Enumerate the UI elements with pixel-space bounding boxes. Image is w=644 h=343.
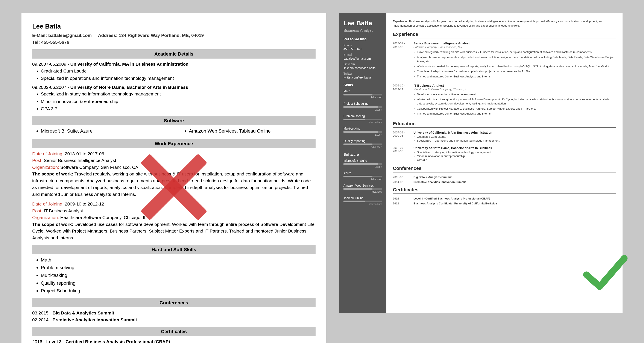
edu-degree-right-2: University of Notre Dame, Bachelor of Ar… (414, 146, 492, 150)
sw-msbi-label: Microsoft BI Suite (344, 159, 382, 162)
left-email: batlalee@gmail.com (48, 33, 92, 38)
twitter-label: Twitter (344, 72, 382, 75)
work-dates-1: Date of Joining: 2013-01 to 2017-06 (32, 150, 316, 157)
skill-qr-fill (344, 143, 372, 145)
experience-title: Experience (393, 31, 616, 38)
skill-math-sublabel: Advanced (344, 96, 382, 99)
resume-main: Experienced Business Analyst with 7+ yea… (386, 13, 622, 313)
cert-right-2: 2011 Business Analysis Certificate, Univ… (393, 202, 616, 205)
email-label-right: E-mail (344, 53, 382, 56)
exp-dates-1: 2013-01 -2017-06 (393, 41, 410, 79)
right-name: Lee Batla (344, 19, 382, 27)
conf-right-1: 2015-03 Big Data & Analytics Summit (393, 175, 616, 179)
cert-name-1: Level 3 - Certified Business Analysis Pr… (414, 197, 490, 200)
skill-item: Math (41, 256, 316, 263)
exp-title-1: Senior Business Intelligence Analyst (414, 41, 616, 45)
edu-bullet: Specialized in operations and informatio… (41, 75, 316, 82)
certificates-title: Certificates (393, 187, 616, 194)
edu-bullets-right-2: Specialized in studying information tech… (417, 151, 492, 162)
exp-bullet: Traveled regularly, working on-site with… (417, 50, 616, 54)
skill-ps-fill (344, 106, 378, 108)
conferences-header: Conferences (32, 298, 316, 307)
skill-ps-label: Project Scheduling (344, 102, 382, 105)
skill-mt-fill (344, 131, 378, 133)
conf-date-1: 2015-03 (393, 175, 410, 179)
edu-date-1: 09.2007-06.2009 - (32, 61, 70, 66)
skill-quality-reporting: Quality reporting Advanced (344, 139, 382, 149)
work-entry-1: Date of Joining: 2013-01 to 2017-06 Post… (32, 150, 316, 198)
skill-prob-label: Problem solving (344, 114, 382, 118)
edu-bullet: Specialized in operations and informatio… (417, 139, 500, 142)
sw-tableau-fill (344, 201, 365, 202)
resume-sidebar: Lee Batla Business Analyst Personal Info… (339, 13, 386, 313)
address-label: Address: (98, 33, 118, 38)
exp-bullet: Wrote code as needed for development of … (417, 64, 616, 69)
conf-name-1: Big Data & Analytics Summit (414, 175, 452, 179)
cert-year-2: 2011 (393, 202, 410, 205)
sw-azure-sublabel: Advanced (344, 178, 382, 181)
skill-qr-label: Quality reporting (344, 139, 382, 143)
skill-item: Project Scheduling (41, 287, 316, 294)
cert-entry-1: 2016 - Level 3 - Certified Business Anal… (32, 338, 316, 343)
exp-bullets-1: Traveled regularly, working on-site with… (417, 50, 616, 78)
skill-item: Quality reporting (41, 280, 316, 287)
sw-azure-label: Azure (344, 171, 382, 175)
edu-right-1: 2007-09 -2009-06 University of Californi… (393, 131, 616, 143)
skill-qr-bg (344, 143, 382, 145)
skill-mt-label: Multi-tasking (344, 127, 382, 130)
sw-aws-sublabel: Advanced (344, 190, 382, 193)
exp-bullet: Worked with team through entire process … (417, 97, 616, 106)
sw-tableau-bg (344, 201, 382, 202)
phone-label: Phone (344, 43, 382, 47)
work-scope-2: The scope of work: Developed use cases f… (32, 221, 316, 241)
sw-msbi-bg (344, 163, 382, 165)
main-container: Lee Batla E-Mail: batlalee@gmail.com Add… (22, 13, 622, 343)
email-label: E-Mail: (32, 33, 47, 38)
sw-tableau: Tableau Online Intermediate (344, 196, 382, 206)
edu-bullet: Graduated Cum Laude. (417, 135, 500, 138)
twitter-value: twitter.com/lee_balta (344, 76, 382, 79)
work-org-2: Organization: Healthcare Software Compan… (32, 214, 316, 221)
sw-msbi-sublabel: Expert (344, 165, 382, 168)
software-header: Software (32, 116, 316, 125)
skill-problem-solving: Problem solving Intermediate (344, 114, 382, 124)
software-list-1: Microsoft BI Suite, Azure (41, 127, 168, 135)
left-name: Lee Batla (32, 21, 316, 31)
left-resume: Lee Batla E-Mail: batlalee@gmail.com Add… (22, 13, 326, 343)
exp-entry-1: 2013-01 -2017-06 Senior Business Intelli… (393, 41, 616, 79)
exp-bullet: Developed use cases for software develop… (417, 92, 616, 96)
edu-degree-right-1: University of California, MA in Business… (414, 131, 500, 134)
exp-body-2: IT Business Analyst Healthcare Software … (414, 84, 616, 117)
sw-msbi: Microsoft BI Suite Expert (344, 159, 382, 168)
right-summary: Experienced Business Analyst with 7+ yea… (393, 19, 616, 28)
work-entry-2: Date of Joining: 2009-10 to 2012-12 Post… (32, 201, 316, 241)
skill-ps-sublabel: Expert (344, 108, 382, 111)
skill-ps-bg (344, 106, 382, 108)
linkedin-label: LinkedIn (344, 62, 382, 66)
exp-entry-2: 2009-10 -2012-12 IT Business Analyst Hea… (393, 84, 616, 117)
sw-msbi-fill (344, 163, 378, 165)
skill-project-scheduling: Project Scheduling Expert (344, 102, 382, 111)
cert-name-2: Business Analysis Certificate, Universit… (414, 202, 497, 205)
conf-entry-2: 02.2014 - Predictive Analytics Innovatio… (32, 317, 316, 323)
exp-company-1: Software Company, San Francisco, CA (414, 45, 616, 49)
right-resume: Lee Batla Business Analyst Personal Info… (339, 13, 622, 313)
edu-body-1: University of California, MA in Business… (414, 131, 500, 143)
email-value-right: batlalee@gmail.com (344, 57, 382, 60)
work-post-2: Post: IT Business Analyst (32, 207, 316, 214)
software-item: Amazon Web Services, Tableau Online (189, 127, 316, 134)
skill-item: Multi-tasking (41, 272, 316, 279)
academic-header: Academic Details (32, 49, 316, 58)
conf-entry-1: 03.2015 - Big Data & Analytics Summit (32, 310, 316, 317)
sw-tableau-sublabel: Intermediate (344, 203, 382, 206)
edu-bullets-right-1: Graduated Cum Laude. Specialized in oper… (417, 135, 500, 142)
tel-label: Tel: (32, 40, 40, 45)
edu-bullets-1: Graduated Cum Laude Specialized in opera… (41, 67, 316, 82)
left-email-line: E-Mail: batlalee@gmail.com Address: 134 … (32, 32, 316, 39)
edu-dates-1: 2007-09 -2009-06 (393, 131, 410, 143)
work-org-1: Organization: Software Company, San Fran… (32, 164, 316, 171)
cert-year-1: 2016 (393, 197, 410, 200)
exp-bullet: Collaborated with Project Managers, Busi… (417, 107, 616, 111)
edu-degree-1: University of California, MA in Business… (70, 61, 188, 66)
skill-mt-bg (344, 131, 382, 133)
